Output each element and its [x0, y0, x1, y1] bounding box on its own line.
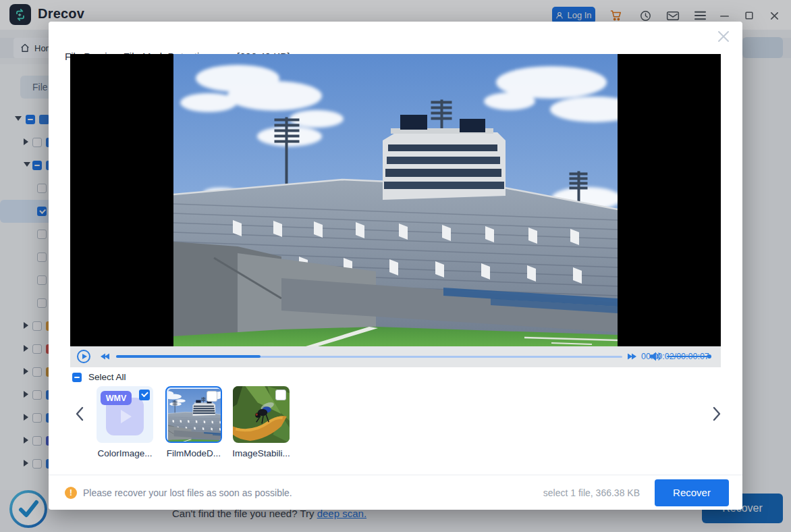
volume-icon[interactable]	[649, 351, 661, 365]
thumbnail-colorimage[interactable]: WMV	[97, 386, 153, 443]
file-preview-dialog: File Preview-FilmModeDetection.wmv [626.…	[49, 22, 742, 510]
select-all-row: Select All	[72, 372, 126, 382]
thumbnail-filmmode-selected[interactable]	[165, 386, 222, 443]
thumbnail-checkbox[interactable]	[207, 391, 217, 402]
carousel-next-button[interactable]	[709, 405, 724, 423]
play-button[interactable]	[77, 350, 90, 363]
thumbnail-imagestabili[interactable]	[233, 386, 290, 443]
wmv-badge: WMV	[101, 391, 132, 405]
volume-handle[interactable]	[707, 354, 711, 358]
dialog-footer: Please recover your lost files as soon a…	[49, 475, 742, 510]
warning-text: Please recover your lost files as soon a…	[83, 487, 292, 498]
thumbnail-label: FilmModeD...	[160, 448, 227, 458]
rewind-icon[interactable]	[100, 352, 111, 361]
warning-icon	[65, 487, 77, 499]
screen: Drecov Log In	[0, 0, 791, 532]
volume-slider[interactable]	[667, 356, 711, 357]
seek-bar-fill	[116, 355, 261, 358]
carousel-prev-button[interactable]	[73, 405, 88, 423]
select-all-label: Select All	[88, 372, 126, 382]
fast-forward-icon[interactable]	[626, 352, 637, 361]
player-controls: 00:00:02/00:00:07	[70, 346, 721, 367]
thumbnail-checkbox[interactable]	[139, 390, 150, 400]
video-frame	[173, 54, 618, 346]
seek-bar[interactable]	[116, 356, 622, 358]
recover-button[interactable]: Recover	[655, 479, 729, 506]
video-player	[70, 54, 721, 346]
thumbnail-label: ImageStabili...	[227, 448, 295, 458]
select-all-checkbox[interactable]	[72, 373, 82, 382]
thumbnail-checkbox[interactable]	[275, 390, 286, 400]
dialog-close-button[interactable]	[715, 28, 732, 45]
thumbnail-label: ColorImage...	[91, 448, 159, 458]
selection-summary: select 1 file, 366.38 KB	[543, 487, 640, 498]
